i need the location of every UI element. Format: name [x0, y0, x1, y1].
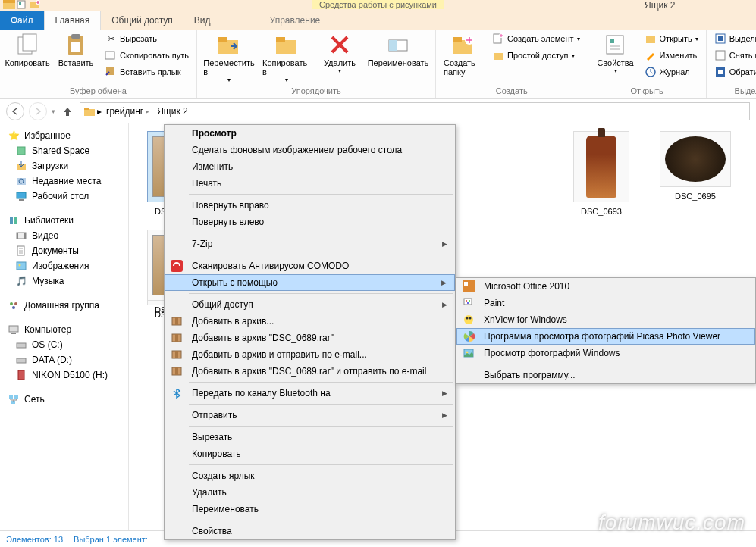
ctx-copy[interactable]: Копировать — [165, 445, 455, 462]
tab-share[interactable]: Общий доступ — [101, 11, 184, 30]
bluetooth-icon — [171, 387, 183, 399]
file-item[interactable]: DSC_0693 — [567, 131, 635, 216]
xnview-icon — [463, 314, 475, 326]
sidebar-recent[interactable]: Недавние места — [0, 173, 128, 189]
up-button[interactable] — [60, 104, 75, 119]
ctx-set-desktop-bg[interactable]: Сделать фоновым изображением рабочего ст… — [165, 142, 455, 158]
ctx-add-archive[interactable]: Добавить в архив... — [165, 313, 455, 330]
sidebar-pictures[interactable]: Изображения — [0, 258, 128, 274]
open-button[interactable]: Открыть ▾ — [642, 31, 701, 46]
ctx-add-rar[interactable]: Добавить в архив "DSC_0689.rar" — [165, 330, 455, 346]
breadcrumb[interactable]: ▸ грейдинг▸ Ящик 2 — [80, 102, 750, 120]
paste-shortcut-button[interactable]: Вставить ярлык — [102, 64, 192, 80]
tab-file[interactable]: Файл — [0, 11, 44, 30]
sidebar-libraries[interactable]: Библиотеки — [0, 213, 128, 228]
openwith-paint[interactable]: Paint — [456, 295, 755, 311]
history-button[interactable]: Журнал — [642, 64, 701, 80]
ctx-add-email[interactable]: Добавить в архив и отправить по e-mail..… — [165, 346, 455, 363]
sidebar-music[interactable]: 🎵Музыка — [0, 274, 128, 289]
navigation-pane: ⭐Избранное Shared Space Загрузки Недавни… — [0, 123, 129, 533]
breadcrumb-item-2[interactable]: Ящик 2 — [154, 106, 191, 117]
svg-rect-40 — [17, 192, 26, 198]
ctx-cut[interactable]: Вырезать — [165, 429, 455, 445]
delete-icon — [328, 33, 352, 57]
chevron-icon[interactable]: ▸ — [97, 106, 102, 117]
ctx-delete[interactable]: Удалить — [165, 484, 455, 501]
cut-button[interactable]: ✂Вырезать — [102, 31, 192, 46]
svg-rect-11 — [105, 52, 114, 59]
libraries-icon — [8, 214, 20, 227]
openwith-windows-viewer[interactable]: Просмотр фотографий Windows — [456, 345, 755, 361]
svg-rect-14 — [218, 37, 227, 42]
copy-to-button[interactable]: Копировать в▾ — [259, 31, 314, 85]
openwith-ms-office[interactable]: Microsoft Office 2010 — [456, 278, 755, 295]
ctx-properties[interactable]: Свойства — [165, 523, 455, 539]
navigation-bar: ▾ ▸ грейдинг▸ Ящик 2 — [0, 99, 756, 123]
copy-button[interactable]: Копировать — [5, 31, 50, 69]
sidebar-drive-d[interactable]: DATA (D:) — [0, 352, 128, 367]
ctx-edit[interactable]: Изменить — [165, 158, 455, 175]
network-icon — [8, 393, 20, 405]
select-all-icon — [714, 33, 726, 45]
winrar-icon — [171, 332, 183, 344]
svg-rect-25 — [607, 36, 623, 54]
select-none-button[interactable]: Снять выделени — [711, 48, 756, 63]
openwith-choose-program[interactable]: Выбрать программу... — [456, 367, 755, 383]
new-folder-button[interactable]: Создать папку — [441, 31, 486, 78]
ctx-send-to[interactable]: Отправить▶ — [165, 407, 455, 424]
rename-button[interactable]: Переименовать — [365, 31, 431, 69]
properties-button[interactable]: Свойства▾ — [593, 31, 638, 76]
file-item[interactable]: DSC_0695 — [655, 131, 736, 216]
sidebar-favorites[interactable]: ⭐Избранное — [0, 128, 128, 143]
paste-button[interactable]: Вставить — [53, 31, 99, 69]
ctx-rename[interactable]: Переименовать — [165, 501, 455, 517]
svg-point-49 — [19, 264, 21, 267]
select-all-button[interactable]: Выделить все — [711, 31, 756, 46]
ctx-rotate-right[interactable]: Повернуть вправо — [165, 197, 455, 214]
svg-rect-35 — [84, 108, 89, 110]
ctx-scan-comodo[interactable]: Сканировать Антивирусом COMODO — [165, 258, 455, 274]
ctx-share[interactable]: Общий доступ▶ — [165, 296, 455, 313]
forward-button[interactable] — [29, 102, 47, 120]
new-item-button[interactable]: Создать элемент ▾ — [489, 31, 583, 46]
copy-icon — [15, 33, 39, 57]
ctx-rotate-left[interactable]: Повернуть влево — [165, 214, 455, 230]
openwith-picasa[interactable]: Программа просмотра фотографий Picasa Ph… — [456, 328, 755, 345]
history-dropdown[interactable]: ▾ — [52, 108, 55, 115]
tab-home[interactable]: Главная — [44, 11, 102, 30]
ctx-bluetooth[interactable]: Передать по каналу Bluetooth на▶ — [165, 385, 455, 402]
tab-view[interactable]: Вид — [184, 11, 221, 30]
easy-access-button[interactable]: Простой доступ ▾ — [489, 48, 583, 63]
back-button[interactable] — [6, 102, 24, 120]
copy-path-button[interactable]: Скопировать путь — [102, 48, 192, 63]
svg-rect-36 — [17, 147, 25, 155]
openwith-xnview[interactable]: XnView for Windows — [456, 311, 755, 328]
select-group-label: Выделить — [711, 85, 756, 97]
move-to-button[interactable]: Переместить в▾ — [202, 31, 256, 85]
delete-button[interactable]: Удалить▾ — [317, 31, 362, 76]
sidebar-desktop[interactable]: Рабочий стол — [0, 189, 128, 204]
sidebar-shared-space[interactable]: Shared Space — [0, 143, 128, 158]
breadcrumb-item-1[interactable]: грейдинг▸ — [103, 106, 152, 117]
sidebar-drive-h[interactable]: NIKON D5100 (H:) — [0, 367, 128, 383]
svg-rect-41 — [19, 199, 24, 201]
ctx-7zip[interactable]: 7-Zip▶ — [165, 236, 455, 252]
sidebar-downloads[interactable]: Загрузки — [0, 158, 128, 173]
new-folder-icon[interactable] — [30, 0, 42, 9]
ctx-add-rar-email[interactable]: Добавить в архив "DSC_0689.rar" и отправ… — [165, 363, 455, 380]
sidebar-drive-c[interactable]: OS (C:) — [0, 337, 128, 352]
sidebar-network[interactable]: Сеть — [0, 392, 128, 407]
ctx-open-preview[interactable]: Просмотр — [165, 125, 455, 142]
sidebar-homegroup[interactable]: Домашняя группа — [0, 298, 128, 313]
svg-rect-34 — [84, 109, 95, 116]
invert-selection-button[interactable]: Обратить выдел — [711, 64, 756, 80]
tab-manage[interactable]: Управление — [259, 11, 331, 30]
ctx-print[interactable]: Печать — [165, 175, 455, 192]
sidebar-video[interactable]: Видео — [0, 228, 128, 243]
ctx-open-with[interactable]: Открыть с помощью▶ — [165, 274, 455, 291]
edit-button[interactable]: Изменить — [642, 48, 701, 63]
sidebar-computer[interactable]: Компьютер — [0, 322, 128, 337]
properties-icon[interactable] — [17, 0, 29, 9]
sidebar-documents[interactable]: Документы — [0, 243, 128, 258]
ctx-create-shortcut[interactable]: Создать ярлык — [165, 467, 455, 484]
